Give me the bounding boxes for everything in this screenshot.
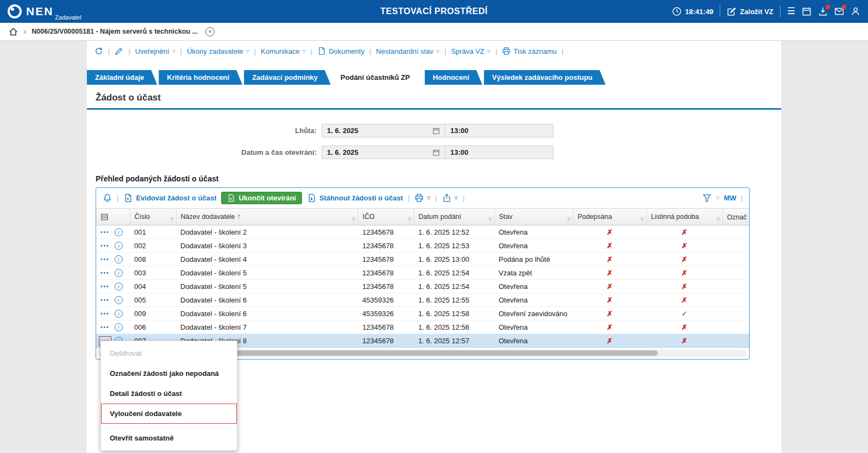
info-icon[interactable]: i [115, 296, 123, 304]
table-row[interactable]: •••i003Dodavatel - školení 5123456781. 6… [96, 266, 749, 280]
section-rule [87, 108, 781, 110]
column-header-1[interactable]: ▽Číslo [130, 209, 176, 225]
column-filter-caret[interactable]: ▽ [170, 217, 173, 222]
column-header-7[interactable]: ▽Listinná podoba [646, 209, 722, 225]
register-request-button[interactable]: Evidovat žádost o účast [123, 193, 216, 203]
menu-item-4[interactable]: Vyloučení dodavatele [101, 404, 237, 424]
cell-status: Otevřena [494, 225, 573, 239]
toolbar-item-1[interactable]: Uveřejnění▽ [135, 47, 175, 55]
info-icon[interactable]: i [115, 310, 123, 318]
row-menu-button[interactable]: ••• [100, 311, 110, 317]
menu-item-5[interactable]: Otevřít samostatně [101, 427, 237, 448]
row-menu-button[interactable]: ••• [100, 243, 110, 249]
table-row[interactable]: •••i005Dodavatel - školení 6453593261. 6… [96, 293, 749, 307]
row-menu-button[interactable]: ••• [100, 256, 110, 262]
print-button[interactable]: ▽ [414, 193, 430, 203]
toolbar-item-6[interactable]: Správa VZ▽ [451, 47, 490, 55]
info-icon[interactable]: i [115, 242, 123, 250]
date-input[interactable]: 1. 6. 2025 [322, 124, 445, 137]
column-header-4[interactable]: ▽Datum podání [414, 209, 494, 225]
divider: | [180, 47, 182, 55]
menu-item-2[interactable]: Označení žádosti jako nepodaná [101, 363, 237, 383]
table-row[interactable]: •••i001Dodavatel - školení 2123456781. 6… [96, 225, 749, 239]
sort-asc-icon: ↑ [237, 212, 241, 220]
row-actions-cell: •••i [96, 225, 130, 239]
tab-4[interactable]: Podání účastníků ZP [332, 70, 423, 85]
export-button[interactable]: ▽ [442, 193, 458, 203]
cell-paper: ✗ [646, 280, 722, 293]
divider: | [254, 47, 256, 55]
end-opening-button[interactable]: Ukončit otevírání [221, 192, 301, 204]
toolbar-item-7[interactable]: Tisk záznamu [502, 47, 557, 55]
toolbar-item-3[interactable]: Komunikace▽ [261, 47, 306, 55]
toolbar-item-5[interactable]: Nestandardní stav▽ [376, 47, 439, 55]
column-filter-caret[interactable]: ▽ [488, 217, 492, 222]
clock-icon [672, 7, 682, 16]
tab-5[interactable]: Hodnocení [425, 70, 482, 85]
home-icon[interactable] [9, 27, 18, 36]
user-profile-icon[interactable] [851, 7, 860, 16]
info-icon[interactable]: i [115, 269, 123, 277]
cell-supplier: Dodavatel - školení 3 [176, 239, 358, 253]
date-input[interactable]: 1. 6. 2025 [322, 146, 445, 159]
menu-hamburger-icon[interactable]: ☰ [787, 7, 795, 16]
filter-funnel-icon[interactable] [702, 193, 712, 203]
cell-submitted: 1. 6. 2025 12:53 [414, 239, 494, 253]
cell-number: 008 [130, 253, 176, 266]
tab-6[interactable]: Výsledek zadávacího postupu [484, 70, 606, 85]
toolbar-item-2[interactable]: Úkony zadavatele▽ [187, 47, 249, 55]
history-refresh-icon[interactable] [95, 47, 103, 55]
menu-item-1[interactable]: Dešifrovat [101, 343, 237, 363]
close-record-icon[interactable]: × [205, 27, 215, 36]
column-header-2[interactable]: ▽Název dodavatele↑ [176, 209, 358, 225]
toolbar-item-4[interactable]: Dokumenty [317, 47, 364, 55]
bell-icon[interactable] [103, 193, 112, 203]
table-row[interactable]: •••i004Dodavatel - školení 5123456781. 6… [96, 280, 749, 293]
divider: | [463, 194, 464, 202]
mw-button[interactable]: MW [724, 194, 737, 202]
time-input[interactable]: 13:00 [445, 124, 553, 137]
column-filter-caret[interactable]: ▽ [567, 217, 570, 222]
table-row[interactable]: •••i008Dodavatel - školení 4123456781. 6… [96, 253, 749, 266]
pencil-icon[interactable] [115, 47, 123, 55]
info-icon[interactable]: i [115, 282, 123, 291]
row-menu-button[interactable]: ••• [100, 284, 110, 290]
table-row[interactable]: •••i009Dodavatel - školení 6453593261. 6… [96, 307, 749, 320]
messages-button[interactable] [834, 7, 844, 16]
column-header-6[interactable]: ▽Podepsána [573, 209, 646, 225]
menu-item-3[interactable]: Detail žádosti o účast [101, 383, 237, 404]
column-filter-caret[interactable]: ▽ [716, 217, 720, 222]
chevron-down-icon: ▽ [303, 49, 306, 54]
row-selector-header[interactable] [96, 209, 130, 225]
chevron-down-icon: ▽ [172, 49, 175, 54]
info-icon[interactable]: i [115, 228, 123, 236]
create-vz-button[interactable]: Založit VZ [727, 7, 773, 16]
record-toolbar-links: Uveřejnění▽|Úkony zadavatele▽|Komunikace… [135, 47, 564, 55]
row-menu-button[interactable]: ••• [100, 297, 110, 303]
tab-1[interactable]: Základní údaje [87, 70, 157, 85]
column-filter-caret[interactable]: ▽ [352, 217, 355, 222]
column-filter-caret[interactable]: ▽ [408, 217, 411, 222]
row-menu-button[interactable]: ••• [100, 324, 110, 330]
tab-2[interactable]: Kritéria hodnocení [159, 70, 242, 85]
downloads-button[interactable] [818, 7, 828, 16]
info-icon[interactable]: i [115, 255, 123, 263]
cross-icon: ✗ [607, 255, 613, 263]
column-header-5[interactable]: ▽Stav [494, 209, 573, 225]
row-menu-button[interactable]: ••• [100, 229, 110, 235]
column-header-8[interactable]: Označ [722, 209, 749, 225]
row-menu-button[interactable]: ••• [100, 270, 110, 276]
cell-signed: ✗ [573, 225, 646, 239]
calendar-icon[interactable] [802, 7, 812, 16]
chevron-down-icon[interactable]: ▽ [716, 196, 719, 200]
info-icon[interactable]: i [115, 323, 123, 331]
column-header-3[interactable]: ▽IČO [358, 209, 414, 225]
divider: | [562, 47, 563, 55]
download-requests-button[interactable]: Stáhnout žádosti o účast [307, 193, 403, 203]
tab-3[interactable]: Zadávací podmínky [244, 70, 331, 85]
table-row[interactable]: •••i006Dodavatel - školení 7123456781. 6… [96, 320, 749, 334]
breadcrumb-record[interactable]: N006/25/V00005181 - Nájem serverů s tech… [32, 28, 198, 35]
time-input[interactable]: 13:00 [445, 146, 553, 159]
table-row[interactable]: •••i002Dodavatel - školení 3123456781. 6… [96, 239, 749, 253]
column-filter-caret[interactable]: ▽ [640, 217, 644, 222]
